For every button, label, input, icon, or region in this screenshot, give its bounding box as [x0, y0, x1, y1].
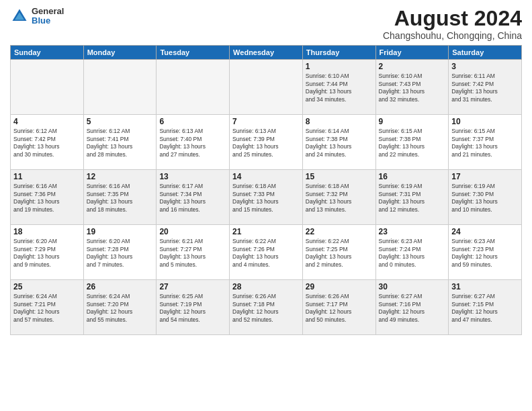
week-row-2: 4Sunrise: 6:12 AM Sunset: 7:42 PM Daylig… — [11, 115, 522, 170]
day-number: 12 — [87, 172, 154, 181]
day-info: Sunrise: 6:26 AM Sunset: 7:17 PM Dayligh… — [306, 293, 373, 324]
day-number: 15 — [306, 172, 373, 181]
day-info: Sunrise: 6:20 AM Sunset: 7:29 PM Dayligh… — [13, 238, 81, 269]
table-row: 28Sunrise: 6:26 AM Sunset: 7:18 PM Dayli… — [230, 280, 303, 335]
day-number: 17 — [451, 172, 519, 181]
day-number: 19 — [87, 227, 154, 236]
day-info: Sunrise: 6:15 AM Sunset: 7:37 PM Dayligh… — [451, 128, 519, 158]
table-row: 4Sunrise: 6:12 AM Sunset: 7:42 PM Daylig… — [11, 115, 84, 170]
calendar: Sunday Monday Tuesday Wednesday Thursday… — [10, 45, 522, 335]
table-row: 8Sunrise: 6:14 AM Sunset: 7:38 PM Daylig… — [302, 115, 375, 170]
day-number: 27 — [159, 282, 226, 291]
table-row: 29Sunrise: 6:26 AM Sunset: 7:17 PM Dayli… — [302, 280, 375, 335]
day-info: Sunrise: 6:22 AM Sunset: 7:25 PM Dayligh… — [306, 238, 373, 269]
table-row: 7Sunrise: 6:13 AM Sunset: 7:39 PM Daylig… — [230, 115, 303, 170]
day-info: Sunrise: 6:24 AM Sunset: 7:21 PM Dayligh… — [13, 293, 81, 324]
day-info: Sunrise: 6:19 AM Sunset: 7:30 PM Dayligh… — [451, 183, 519, 214]
table-row: 5Sunrise: 6:12 AM Sunset: 7:41 PM Daylig… — [83, 115, 157, 170]
day-info: Sunrise: 6:27 AM Sunset: 7:15 PM Dayligh… — [451, 293, 519, 324]
logo-general: General — [32, 7, 64, 16]
day-info: Sunrise: 6:16 AM Sunset: 7:36 PM Dayligh… — [13, 183, 81, 214]
month-title: August 2024 — [383, 7, 522, 30]
table-row: 9Sunrise: 6:15 AM Sunset: 7:38 PM Daylig… — [375, 115, 449, 170]
day-number: 13 — [159, 172, 226, 181]
day-info: Sunrise: 6:18 AM Sunset: 7:33 PM Dayligh… — [232, 183, 300, 214]
day-info: Sunrise: 6:13 AM Sunset: 7:40 PM Dayligh… — [159, 128, 226, 158]
day-number: 2 — [379, 62, 446, 71]
table-row — [11, 60, 84, 115]
table-row: 14Sunrise: 6:18 AM Sunset: 7:33 PM Dayli… — [230, 170, 303, 225]
table-row: 27Sunrise: 6:25 AM Sunset: 7:19 PM Dayli… — [157, 280, 230, 335]
day-info: Sunrise: 6:20 AM Sunset: 7:28 PM Dayligh… — [87, 238, 154, 269]
table-row: 3Sunrise: 6:11 AM Sunset: 7:42 PM Daylig… — [449, 60, 522, 115]
page: General Blue August 2024 Changshouhu, Ch… — [0, 0, 532, 411]
table-row: 12Sunrise: 6:16 AM Sunset: 7:35 PM Dayli… — [83, 170, 157, 225]
table-row: 19Sunrise: 6:20 AM Sunset: 7:28 PM Dayli… — [83, 225, 157, 280]
table-row: 18Sunrise: 6:20 AM Sunset: 7:29 PM Dayli… — [11, 225, 84, 280]
day-number: 31 — [451, 282, 519, 291]
day-info: Sunrise: 6:21 AM Sunset: 7:27 PM Dayligh… — [159, 238, 226, 269]
day-number: 30 — [379, 282, 446, 291]
day-number: 25 — [13, 282, 81, 291]
table-row: 21Sunrise: 6:22 AM Sunset: 7:26 PM Dayli… — [230, 225, 303, 280]
table-row: 23Sunrise: 6:23 AM Sunset: 7:24 PM Dayli… — [375, 225, 449, 280]
day-number: 24 — [451, 227, 519, 236]
day-number: 4 — [13, 117, 81, 126]
day-info: Sunrise: 6:10 AM Sunset: 7:43 PM Dayligh… — [379, 73, 446, 103]
table-row: 11Sunrise: 6:16 AM Sunset: 7:36 PM Dayli… — [11, 170, 84, 225]
day-number: 29 — [306, 282, 373, 291]
table-row: 10Sunrise: 6:15 AM Sunset: 7:37 PM Dayli… — [449, 115, 522, 170]
col-thursday: Thursday — [302, 46, 375, 60]
day-number: 1 — [306, 62, 373, 71]
table-row — [157, 60, 230, 115]
logo-text: General Blue — [32, 7, 64, 26]
logo-icon — [10, 7, 29, 26]
week-row-4: 18Sunrise: 6:20 AM Sunset: 7:29 PM Dayli… — [11, 225, 522, 280]
day-number: 26 — [87, 282, 154, 291]
day-info: Sunrise: 6:10 AM Sunset: 7:44 PM Dayligh… — [306, 73, 373, 103]
day-number: 7 — [232, 117, 300, 126]
table-row: 2Sunrise: 6:10 AM Sunset: 7:43 PM Daylig… — [375, 60, 449, 115]
table-row: 24Sunrise: 6:23 AM Sunset: 7:23 PM Dayli… — [449, 225, 522, 280]
day-number: 6 — [159, 117, 226, 126]
day-number: 18 — [13, 227, 81, 236]
day-info: Sunrise: 6:16 AM Sunset: 7:35 PM Dayligh… — [87, 183, 154, 214]
day-info: Sunrise: 6:13 AM Sunset: 7:39 PM Dayligh… — [232, 128, 300, 158]
subtitle: Changshouhu, Chongqing, China — [383, 30, 522, 41]
day-number: 3 — [451, 62, 519, 71]
col-friday: Friday — [375, 46, 449, 60]
week-row-5: 25Sunrise: 6:24 AM Sunset: 7:21 PM Dayli… — [11, 280, 522, 335]
table-row — [230, 60, 303, 115]
day-number: 5 — [87, 117, 154, 126]
col-sunday: Sunday — [11, 46, 84, 60]
day-info: Sunrise: 6:17 AM Sunset: 7:34 PM Dayligh… — [159, 183, 226, 214]
table-row: 15Sunrise: 6:18 AM Sunset: 7:32 PM Dayli… — [302, 170, 375, 225]
table-row: 6Sunrise: 6:13 AM Sunset: 7:40 PM Daylig… — [157, 115, 230, 170]
table-row: 26Sunrise: 6:24 AM Sunset: 7:20 PM Dayli… — [83, 280, 157, 335]
table-row: 16Sunrise: 6:19 AM Sunset: 7:31 PM Dayli… — [375, 170, 449, 225]
calendar-header-row: Sunday Monday Tuesday Wednesday Thursday… — [11, 46, 522, 60]
day-number: 14 — [232, 172, 300, 181]
day-number: 10 — [451, 117, 519, 126]
table-row: 31Sunrise: 6:27 AM Sunset: 7:15 PM Dayli… — [449, 280, 522, 335]
day-info: Sunrise: 6:15 AM Sunset: 7:38 PM Dayligh… — [379, 128, 446, 158]
day-info: Sunrise: 6:19 AM Sunset: 7:31 PM Dayligh… — [379, 183, 446, 214]
day-number: 9 — [379, 117, 446, 126]
col-tuesday: Tuesday — [157, 46, 230, 60]
day-info: Sunrise: 6:25 AM Sunset: 7:19 PM Dayligh… — [159, 293, 226, 324]
table-row: 1Sunrise: 6:10 AM Sunset: 7:44 PM Daylig… — [302, 60, 375, 115]
day-info: Sunrise: 6:23 AM Sunset: 7:23 PM Dayligh… — [451, 238, 519, 269]
table-row: 22Sunrise: 6:22 AM Sunset: 7:25 PM Dayli… — [302, 225, 375, 280]
table-row: 20Sunrise: 6:21 AM Sunset: 7:27 PM Dayli… — [157, 225, 230, 280]
day-number: 11 — [13, 172, 81, 181]
table-row: 30Sunrise: 6:27 AM Sunset: 7:16 PM Dayli… — [375, 280, 449, 335]
week-row-1: 1Sunrise: 6:10 AM Sunset: 7:44 PM Daylig… — [11, 60, 522, 115]
logo-blue: Blue — [32, 16, 64, 26]
logo: General Blue — [10, 7, 64, 26]
day-number: 8 — [306, 117, 373, 126]
header: General Blue August 2024 Changshouhu, Ch… — [10, 7, 522, 41]
day-info: Sunrise: 6:24 AM Sunset: 7:20 PM Dayligh… — [87, 293, 154, 324]
day-number: 20 — [159, 227, 226, 236]
week-row-3: 11Sunrise: 6:16 AM Sunset: 7:36 PM Dayli… — [11, 170, 522, 225]
day-info: Sunrise: 6:12 AM Sunset: 7:42 PM Dayligh… — [13, 128, 81, 158]
